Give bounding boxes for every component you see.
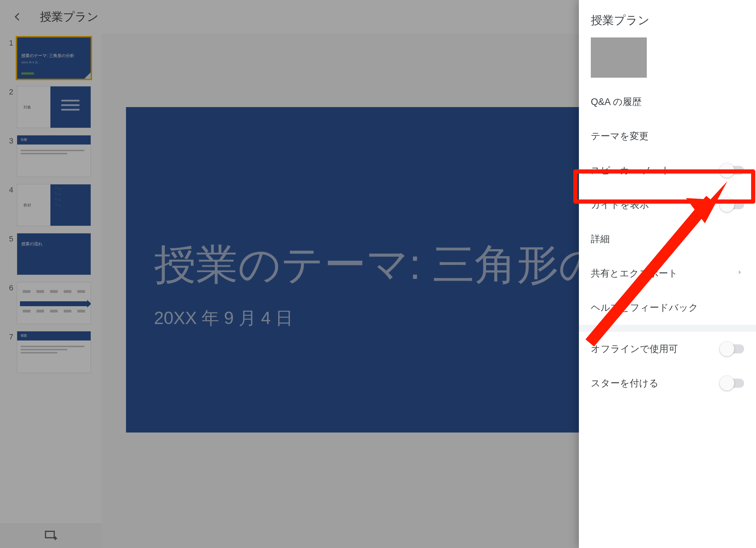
menu-star[interactable]: スターを付ける xyxy=(579,366,756,400)
slide-number: 5 xyxy=(6,233,13,244)
menu-details[interactable]: 詳細 xyxy=(579,222,756,256)
slide-preview: 対象 xyxy=(17,86,91,128)
slide-title-text[interactable]: 授業のテーマ: 三角形の xyxy=(154,237,602,294)
menu-show-guides[interactable]: ガイドを表示 xyxy=(579,188,756,222)
slide-number: 6 xyxy=(6,282,13,293)
slide-thumbnail[interactable]: 2 対象 xyxy=(0,83,102,132)
slide-thumbnail[interactable]: 7 宿題 xyxy=(0,328,102,377)
toggle-speaker-notes[interactable] xyxy=(720,163,744,178)
slide-thumbnail[interactable]: 6 xyxy=(0,279,102,328)
slide-thumbnail[interactable]: 3 目標 xyxy=(0,132,102,181)
menu-share-export[interactable]: 共有とエクスポート xyxy=(579,256,756,290)
slide-preview: 授業の流れ xyxy=(17,233,91,275)
slide-number: 7 xyxy=(6,331,13,342)
slide-number: 4 xyxy=(6,184,13,195)
slide-thumbnail[interactable]: 5 授業の流れ xyxy=(0,230,102,279)
slide-preview: 教材 ・ …・ …・ …・ … xyxy=(17,184,91,226)
drawer-title: 授業プラン xyxy=(579,0,756,37)
app-root: 授業プラン 1 授業のテーマ: 三角形の分析 20XX 年 9 月… 2 xyxy=(0,0,756,548)
slide-preview: 目標 xyxy=(17,135,91,177)
slide-number: 3 xyxy=(6,135,13,146)
menu-label: オフラインで使用可 xyxy=(591,343,678,355)
menu-label: ヘルプとフィードバック xyxy=(591,301,698,314)
menu-offline[interactable]: オフラインで使用可 xyxy=(579,332,756,366)
menu-divider xyxy=(579,325,756,332)
settings-drawer: 授業プラン Q&A の履歴 テーマを変更 スピーカー ノート ガイドを表示 詳細… xyxy=(579,0,756,548)
menu-change-theme[interactable]: テーマを変更 xyxy=(579,119,756,153)
document-title: 授業プラン xyxy=(40,9,99,25)
chevron-right-icon xyxy=(736,268,744,279)
menu-qa-history[interactable]: Q&A の履歴 xyxy=(579,85,756,119)
menu-label: ガイドを表示 xyxy=(591,198,649,211)
toggle-show-guides[interactable] xyxy=(720,197,744,212)
menu-label: テーマを変更 xyxy=(591,130,649,142)
slide-thumbnail[interactable]: 1 授業のテーマ: 三角形の分析 20XX 年 9 月… xyxy=(0,34,102,83)
menu-help-feedback[interactable]: ヘルプとフィードバック xyxy=(579,290,756,325)
slide-preview xyxy=(17,282,91,324)
slide-subtitle-text[interactable]: 20XX 年 9 月 4 日 xyxy=(154,307,293,330)
svg-rect-0 xyxy=(46,531,54,538)
menu-label: 共有とエクスポート xyxy=(591,267,678,280)
menu-speaker-notes[interactable]: スピーカー ノート xyxy=(579,153,756,188)
toggle-offline[interactable] xyxy=(720,342,744,356)
menu-label: Q&A の履歴 xyxy=(591,96,642,108)
menu-label: 詳細 xyxy=(591,233,610,245)
chevron-left-icon xyxy=(11,10,24,23)
add-slide-bar xyxy=(0,524,102,548)
add-slide-icon xyxy=(44,528,58,542)
back-button[interactable] xyxy=(7,6,28,27)
slide-number: 2 xyxy=(6,86,13,97)
toggle-star[interactable] xyxy=(720,376,744,391)
slide-thumbnail[interactable]: 4 教材 ・ …・ …・ …・ … xyxy=(0,181,102,230)
menu-label: スピーカー ノート xyxy=(591,164,671,177)
account-thumbnail[interactable] xyxy=(591,37,647,78)
slide-preview: 授業のテーマ: 三角形の分析 20XX 年 9 月… xyxy=(17,37,91,79)
add-slide-button[interactable] xyxy=(44,528,58,544)
slide-thumbnail-panel[interactable]: 1 授業のテーマ: 三角形の分析 20XX 年 9 月… 2 対象 3 目標 xyxy=(0,34,102,524)
slide-preview: 宿題 xyxy=(17,331,91,373)
slide-number: 1 xyxy=(6,37,13,48)
menu-label: スターを付ける xyxy=(591,377,659,389)
